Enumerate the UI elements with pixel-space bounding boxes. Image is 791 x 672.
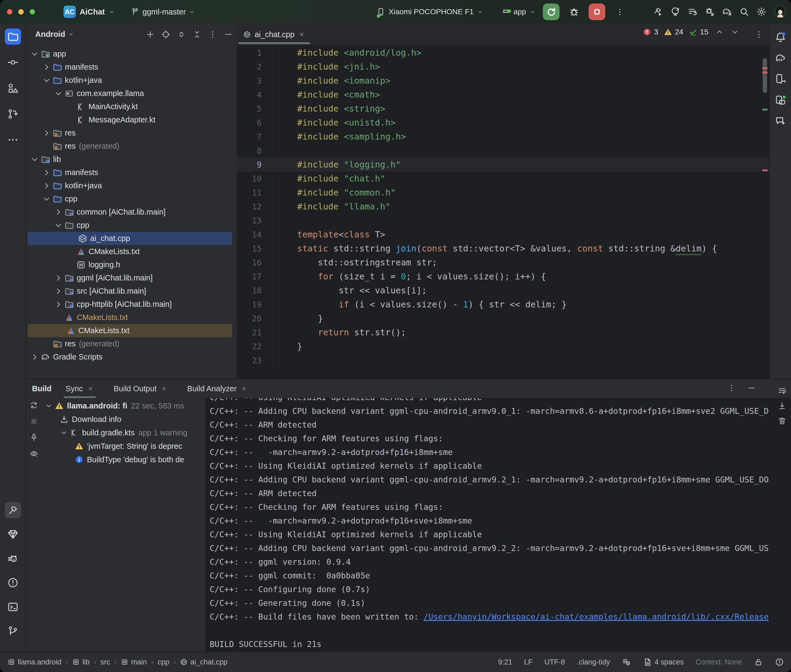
tree-item-messageadapter-kt[interactable]: MessageAdapter.kt xyxy=(26,113,237,126)
indent-widget[interactable]: 4 spaces xyxy=(643,658,684,667)
locate-file-icon[interactable] xyxy=(161,30,171,39)
tree-item-res[interactable]: res(generated) xyxy=(26,337,237,350)
running-devices-icon[interactable] xyxy=(775,94,786,106)
build-tab-sync[interactable]: Sync xyxy=(60,379,99,398)
unlocked-icon[interactable] xyxy=(754,658,763,667)
device-manager-icon[interactable] xyxy=(775,73,786,85)
hide-build-panel-icon[interactable] xyxy=(747,384,756,393)
collapse-all-icon[interactable] xyxy=(192,30,202,39)
sync-tree-item[interactable]: llama.android: fi22 sec, 583 ms xyxy=(42,399,205,413)
line-separator[interactable]: LF xyxy=(524,658,533,666)
gemini-chat-icon[interactable] xyxy=(775,115,786,127)
close-window-button[interactable] xyxy=(7,9,12,14)
console-link[interactable]: /Users/hanyin/Workspace/ai-chat/examples… xyxy=(424,612,769,621)
refresh-icon[interactable] xyxy=(29,401,39,410)
tree-item-common-aichat-lib-main-[interactable]: common [AiChat.lib.main] xyxy=(26,205,237,219)
debug-button[interactable] xyxy=(566,4,582,19)
tree-item-cmakelists-txt[interactable]: CMakeLists.txt xyxy=(26,245,237,258)
tree-item-lib[interactable]: lib xyxy=(26,153,237,166)
sync-tree-item[interactable]: Download info xyxy=(42,413,205,426)
tab-ai-chat-cpp[interactable]: ai_chat.cpp xyxy=(237,24,312,45)
tree-item-res[interactable]: res xyxy=(26,126,237,139)
notifications-icon[interactable] xyxy=(775,31,786,43)
change-stripe-mark[interactable] xyxy=(762,109,768,110)
problems-button[interactable] xyxy=(5,574,21,591)
project-view-selector[interactable]: Android xyxy=(35,30,74,39)
error-stripe-mark[interactable] xyxy=(762,72,768,74)
editor-scrollbar[interactable] xyxy=(763,58,767,93)
stop-button[interactable] xyxy=(589,3,605,20)
error-stripe-mark[interactable] xyxy=(762,170,768,171)
clear-console-icon[interactable] xyxy=(778,416,787,426)
caret-position[interactable]: 9:21 xyxy=(498,658,512,666)
tree-item-mainactivity-kt[interactable]: MainActivity.kt xyxy=(26,100,237,113)
breadcrumb-item[interactable]: ai_chat.cpp xyxy=(180,658,228,666)
zoom-window-button[interactable] xyxy=(30,9,35,14)
profiler-button[interactable] xyxy=(5,550,21,566)
rerun-button[interactable] xyxy=(543,3,560,20)
sync-tree-item[interactable]: 'jvmTarget: String' is deprec xyxy=(42,439,205,453)
hide-panel-icon[interactable] xyxy=(223,30,233,39)
build-tab-build-analyzer[interactable]: Build Analyzer xyxy=(181,379,254,398)
context-widget[interactable]: Context: None xyxy=(695,658,742,666)
error-highlight-level-icon[interactable] xyxy=(775,658,784,667)
scroll-to-end-icon[interactable] xyxy=(778,401,787,410)
clang-tidy-widget[interactable]: .clang-tidy xyxy=(577,658,610,666)
run-configuration-selector[interactable]: app xyxy=(501,7,536,16)
breadcrumb-item[interactable]: cpp xyxy=(158,658,170,666)
build-tool-button[interactable] xyxy=(5,502,21,518)
close-icon[interactable] xyxy=(87,386,94,392)
commit-tool-button[interactable] xyxy=(5,54,21,70)
settings-button[interactable] xyxy=(756,6,767,17)
code-view[interactable]: 1#include <android/log.h>2#include <jni.… xyxy=(237,46,769,379)
tree-item-manifests[interactable]: manifests xyxy=(26,166,237,179)
soft-wrap-icon[interactable] xyxy=(778,386,787,395)
tree-item-src-aichat-lib-main-[interactable]: src [AiChat.lib.main] xyxy=(26,285,237,298)
breadcrumb-item[interactable]: llama.android xyxy=(8,658,61,666)
user-avatar[interactable] xyxy=(773,5,787,19)
run-more-actions-button[interactable] xyxy=(612,4,627,19)
build-options-icon[interactable] xyxy=(727,384,736,393)
close-icon[interactable] xyxy=(161,386,167,392)
tree-item-cmakelists-txt[interactable]: CMakeLists.txt xyxy=(28,324,232,337)
app-quality-insights-button[interactable] xyxy=(5,526,21,542)
inspections-off-icon[interactable] xyxy=(622,658,631,667)
pin-icon[interactable] xyxy=(29,433,39,442)
resource-manager-button[interactable] xyxy=(5,80,21,96)
minimize-window-button[interactable] xyxy=(18,9,24,14)
tree-item-app[interactable]: app xyxy=(26,47,237,61)
breadcrumb-item[interactable]: main xyxy=(121,658,147,666)
device-selector[interactable]: Xiaomi POCOPHONE F1 xyxy=(376,7,483,16)
tree-item-cmakelists-txt[interactable]: CMakeLists.txt xyxy=(26,311,237,324)
tree-item-ai-chat-cpp[interactable]: ai_chat.cpp xyxy=(28,232,232,245)
tree-item-kotlin-java[interactable]: kotlin+java xyxy=(26,179,237,192)
tree-item-ggml-aichat-lib-main-[interactable]: ggml [AiChat.lib.main] xyxy=(26,271,237,285)
tree-item-kotlin-java[interactable]: kotlin+java xyxy=(26,74,237,87)
tree-item-cpp[interactable]: cpp xyxy=(26,192,237,205)
stop-disabled-icon[interactable] xyxy=(29,417,39,426)
tree-item-cpp[interactable]: cpp xyxy=(26,219,237,232)
editor-options-icon[interactable] xyxy=(754,30,764,39)
profiler-attach-button[interactable] xyxy=(704,6,715,17)
tree-item-cpp-httplib-aichat-lib-main-[interactable]: cpp-httplib [AiChat.lib.main] xyxy=(26,298,237,311)
add-icon[interactable] xyxy=(145,30,155,39)
gradle-icon[interactable] xyxy=(775,52,786,64)
next-problem-icon[interactable] xyxy=(730,27,740,37)
gradle-sync-button[interactable] xyxy=(722,6,732,17)
tree-item-logging-h[interactable]: logging.h xyxy=(26,258,237,271)
sync-code-button[interactable]: A xyxy=(670,6,681,17)
build-variants-button[interactable] xyxy=(687,6,698,17)
file-encoding[interactable]: UTF-8 xyxy=(544,658,565,666)
tree-item-com-example-llama[interactable]: com.example.llama xyxy=(26,87,237,100)
close-icon[interactable] xyxy=(241,386,247,392)
filter-view-icon[interactable] xyxy=(29,449,39,458)
tree-item-manifests[interactable]: manifests xyxy=(26,61,237,74)
previous-problem-icon[interactable] xyxy=(715,27,724,37)
vcs-branch-selector[interactable]: ggml-master xyxy=(130,7,195,16)
more-tool-windows-button[interactable] xyxy=(5,132,21,148)
version-control-button[interactable] xyxy=(5,623,21,639)
inspections-widget[interactable]: 3 24 15 xyxy=(643,27,740,37)
kebab-icon[interactable] xyxy=(208,30,217,39)
breadcrumb-item[interactable]: src xyxy=(100,658,110,666)
error-stripe-mark[interactable] xyxy=(762,67,768,69)
